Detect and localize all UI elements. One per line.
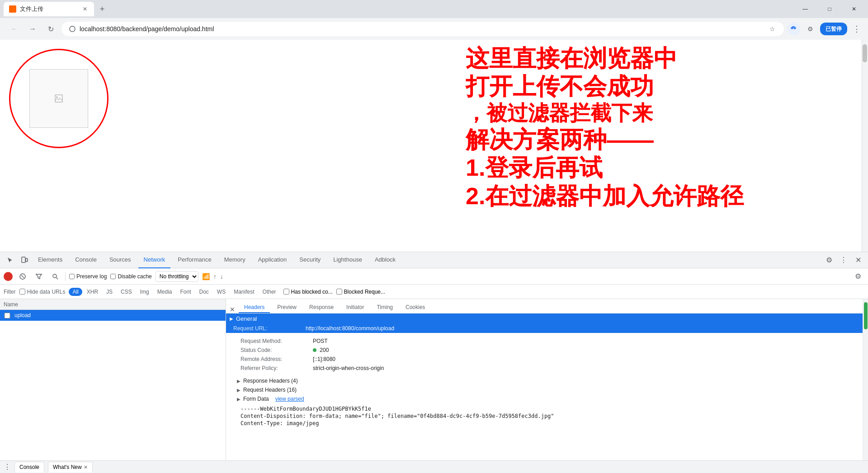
filter-tab-js[interactable]: JS [103,288,116,296]
profile-button[interactable]: 已暂停 [820,23,847,35]
tab-network[interactable]: Network [138,252,171,268]
general-section-header[interactable]: ▶ General [230,315,859,322]
whats-new-close-button[interactable]: ✕ [84,464,88,470]
filter-tab-doc[interactable]: Doc [196,288,212,296]
active-tab[interactable]: 文件上传 ✕ [4,2,94,16]
hide-data-urls-checkbox[interactable]: Hide data URLs [19,289,66,295]
filter-icon-button[interactable] [33,270,45,283]
minimize-button[interactable]: — [795,2,816,16]
tab-application[interactable]: Application [253,252,292,268]
blocked-requests-checkbox[interactable]: Blocked Reque... [336,289,385,295]
tab-lighthouse[interactable]: Lighthouse [328,252,368,268]
address-input-container[interactable]: localhost:8080/backend/page/demo/upload.… [61,22,784,36]
annotation-line-3: ，被过滤器拦截下来 [466,101,863,126]
request-item-checkbox[interactable] [4,313,11,318]
upload-arrow-icon[interactable]: ↑ [213,273,217,280]
request-items: upload [0,310,226,462]
detail-scrollbar-thumb[interactable] [864,302,868,329]
back-button[interactable]: ← [7,22,22,36]
maximize-button[interactable]: □ [819,2,840,16]
page-scrollbar-thumb[interactable] [863,44,867,62]
request-headers-row[interactable]: ▶ Request Headers (16) [233,385,855,394]
throttle-select[interactable]: No throttling [156,271,198,282]
filter-tab-xhr[interactable]: XHR [83,288,102,296]
detail-tab-response[interactable]: Response [304,302,339,313]
form-data-row[interactable]: ▶ Form Data view parsed [233,394,855,403]
tab-elements[interactable]: Elements [33,252,68,268]
blocked-requests-input[interactable] [336,289,342,295]
hide-data-urls-input[interactable] [19,289,25,295]
address-text: localhost:8080/backend/page/demo/upload.… [80,25,764,33]
detail-scrollbar[interactable] [863,299,868,473]
view-parsed-link[interactable]: view parsed [275,396,304,402]
detail-tab-initiator[interactable]: Initiator [341,302,369,313]
record-button[interactable] [4,272,13,281]
disable-cache-checkbox[interactable]: Disable cache [110,273,151,280]
preserve-log-input[interactable] [69,274,75,279]
has-blocked-checkbox[interactable]: Has blocked co... [283,289,333,295]
tab-close-button[interactable]: ✕ [81,5,89,13]
tab-memory[interactable]: Memory [219,252,251,268]
tab-adblock[interactable]: Adblock [369,252,401,268]
close-detail-button[interactable]: ✕ [230,306,235,313]
form-data-arrow: ▶ [237,397,241,402]
tab-console[interactable]: Console [70,252,102,268]
upload-box[interactable] [29,69,88,128]
download-arrow-icon[interactable]: ↓ [220,273,223,280]
extension-icon[interactable] [788,23,800,35]
network-settings-button[interactable]: ⚙ [852,270,864,283]
filter-tab-img[interactable]: Img [137,288,153,296]
forward-button[interactable]: → [25,22,40,36]
close-window-button[interactable]: ✕ [844,2,864,16]
name-column-header: Name [4,301,18,308]
request-headers-arrow: ▶ [237,388,241,393]
devtools-more-button[interactable]: ⋮ [837,254,850,267]
new-tab-button[interactable]: + [96,3,108,15]
has-blocked-input[interactable] [283,289,289,295]
preserve-log-checkbox[interactable]: Preserve log [69,273,107,280]
request-url-row: Request URL: http://localhost:8080/commo… [226,324,863,333]
star-icon[interactable]: ☆ [768,24,777,33]
console-tab[interactable]: Console [14,462,44,473]
tab-sources[interactable]: Sources [104,252,137,268]
filter-label: Filter [4,289,16,295]
detail-tab-cookies[interactable]: Cookies [400,302,430,313]
request-url-value[interactable]: http://localhost:8080/common/upload [306,325,855,332]
tab-security[interactable]: Security [294,252,326,268]
response-headers-arrow: ▶ [237,379,241,384]
filter-tab-ws[interactable]: WS [213,288,229,296]
detail-tab-preview[interactable]: Preview [272,302,302,313]
request-list: Name upload 1 requests | 158 B [0,299,226,473]
svg-point-2 [57,97,58,98]
main-area: 这里直接在浏览器中 打开上传不会成功 ，被过滤器拦截下来 解决方案两种—— 1.… [0,40,868,473]
response-headers-row[interactable]: ▶ Response Headers (4) [233,376,855,385]
request-item-upload[interactable]: upload [0,310,226,321]
bottom-menu-icon[interactable]: ⋮ [4,463,11,471]
response-headers-title: Response Headers (4) [243,378,298,384]
filter-tab-all[interactable]: All [69,288,82,296]
devtools-panel: Elements Console Sources Network Perform… [0,252,868,473]
devtools-cursor-icon[interactable] [4,254,16,267]
request-item-name: upload [14,312,222,318]
filter-tab-media[interactable]: Media [154,288,176,296]
filter-tabs: All XHR JS CSS Img Media Font Doc WS Man… [69,288,279,296]
clear-button[interactable] [16,270,29,283]
whats-new-tab[interactable]: What's New ✕ [48,462,93,473]
filter-tab-manifest[interactable]: Manifest [230,288,258,296]
method-row: Request Method: POST [233,337,855,346]
search-icon-button[interactable] [49,270,61,283]
filter-tab-css[interactable]: CSS [117,288,136,296]
disable-cache-input[interactable] [110,274,116,279]
tab-performance[interactable]: Performance [172,252,217,268]
settings-icon[interactable]: ⚙ [804,23,816,35]
filter-tab-other[interactable]: Other [259,288,280,296]
detail-tab-timing[interactable]: Timing [371,302,398,313]
filter-tab-font[interactable]: Font [176,288,194,296]
network-main-area: Name upload 1 requests | 158 B [0,299,868,473]
browser-menu-button[interactable]: ⋮ [853,24,861,34]
devtools-device-icon[interactable] [18,254,31,267]
devtools-close-button[interactable]: ✕ [852,254,864,267]
detail-tab-headers[interactable]: Headers [239,302,270,313]
devtools-settings-button[interactable]: ⚙ [823,254,835,267]
reload-button[interactable]: ↻ [43,22,58,36]
